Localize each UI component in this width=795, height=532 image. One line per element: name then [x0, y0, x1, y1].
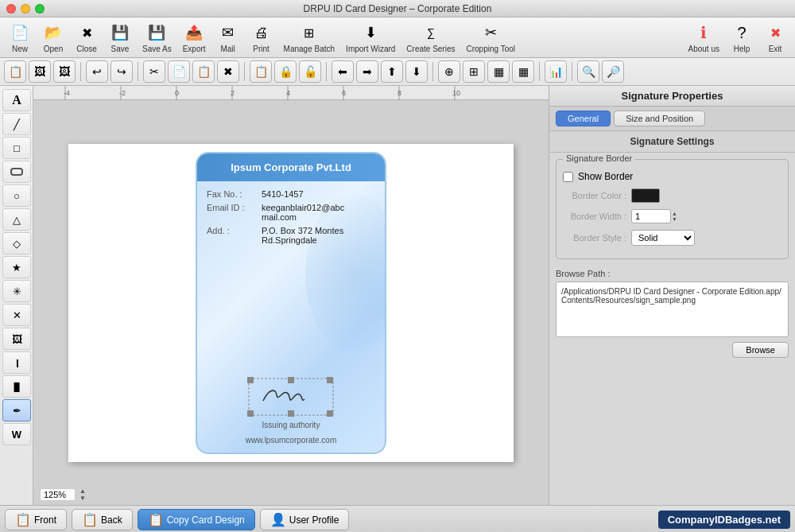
toolbar-print[interactable]: 🖨 Print — [246, 20, 277, 55]
st-cut-icon[interactable]: ✂ — [143, 60, 165, 83]
card-header: Ipsum Corporate Pvt.Ltd — [197, 153, 385, 181]
copy-card-label: Copy Card Design — [167, 515, 245, 526]
tool-rect-icon: □ — [14, 142, 20, 154]
tool-text[interactable]: W — [2, 423, 31, 445]
import-wizard-icon: ⬇ — [359, 21, 382, 44]
st-copy-icon[interactable]: 📄 — [168, 60, 190, 83]
front-button[interactable]: 📋 Front — [5, 509, 67, 530]
browse-label: Browse Path : — [556, 269, 789, 278]
tool-triangle[interactable]: △ — [2, 208, 31, 231]
border-width-up[interactable]: ▲ — [672, 211, 677, 216]
tool-image[interactable]: 🖼 — [2, 328, 31, 350]
st-sep7 — [572, 62, 572, 81]
st-left-icon[interactable]: ⬅ — [332, 60, 354, 83]
tool-barcode[interactable]: ||| — [2, 351, 31, 374]
st-lock-icon[interactable]: 🔒 — [274, 60, 297, 83]
border-width-input[interactable]: 1 — [631, 209, 671, 223]
card-field-address: Add. : P.O. Box 372 MontesRd.Springdale — [207, 226, 375, 245]
st-undo-icon[interactable]: ↩ — [86, 60, 108, 83]
canvas-content[interactable]: Ipsum Corporate Pvt.Ltd Fax No. : 5410-1… — [33, 100, 549, 505]
toolbar-export[interactable]: 📤 Export — [178, 20, 211, 55]
maximize-button[interactable] — [35, 4, 45, 14]
tool-rounded-rect[interactable] — [2, 161, 31, 183]
tool-select[interactable]: A — [2, 89, 31, 111]
toolbar-save-as[interactable]: 💾 Save As — [138, 20, 176, 55]
st-paste-icon[interactable]: 📋 — [192, 60, 215, 83]
tool-asterisk[interactable]: ✳ — [2, 280, 31, 302]
user-profile-button[interactable]: 👤 User Profile — [260, 509, 350, 530]
st-sep3 — [244, 62, 245, 81]
toolbar-import-wizard-label: Import Wizard — [346, 45, 395, 53]
toolbar-open[interactable]: 📂 Open — [37, 20, 69, 55]
toolbar-create-series[interactable]: ∑ Create Series — [401, 20, 460, 55]
tool-barcode2[interactable]: ▐▌ — [2, 375, 31, 398]
svg-rect-22 — [327, 410, 333, 417]
browse-button[interactable]: Browse — [732, 342, 789, 358]
tab-general[interactable]: General — [556, 111, 611, 126]
st-grid2-icon[interactable]: ▦ — [512, 60, 534, 83]
toolbar-help-label: Help — [734, 45, 750, 53]
show-border-checkbox[interactable] — [563, 172, 573, 182]
svg-text:-4: -4 — [64, 89, 70, 97]
toolbar-mail[interactable]: ✉ Mail — [212, 20, 244, 55]
st-delete-icon[interactable]: ✖ — [217, 60, 239, 83]
st-zoom-in-icon[interactable]: 🔍 — [577, 60, 599, 83]
right-panel: Signature Properties General Size and Po… — [549, 86, 795, 505]
minimize-button[interactable] — [21, 4, 30, 14]
st-up-icon[interactable]: ⬆ — [381, 60, 403, 83]
export-icon: 📤 — [183, 21, 205, 44]
tool-rect[interactable]: □ — [2, 137, 31, 159]
st-grid-icon[interactable]: ▦ — [487, 60, 510, 83]
border-color-picker[interactable] — [631, 188, 660, 203]
back-button[interactable]: 📋 Back — [72, 509, 133, 530]
border-style-row: Border Style : Solid Dashed Dotted — [563, 230, 781, 246]
toolbar-close[interactable]: ✖ Close — [71, 20, 103, 55]
border-color-label: Border Color : — [563, 191, 626, 200]
zoom-up-arrow[interactable]: ▲ — [80, 487, 86, 495]
st-align-icon[interactable]: ⊞ — [463, 60, 485, 83]
st-down-icon[interactable]: ⬇ — [405, 60, 428, 83]
st-image2-icon[interactable]: 🖼 — [53, 60, 76, 83]
canvas-area[interactable]: -4 -2 0 2 4 6 8 10 — [33, 86, 549, 505]
border-width-arrows: ▲ ▼ — [672, 211, 677, 222]
toolbar-new[interactable]: 📄 New — [4, 20, 36, 55]
back-label: Back — [101, 515, 122, 526]
svg-rect-19 — [327, 377, 333, 383]
toolbar-cropping-tool-label: Cropping Tool — [466, 45, 515, 53]
tool-ellipse[interactable]: ○ — [2, 184, 31, 207]
st-clipboard-icon[interactable]: 📋 — [4, 60, 26, 83]
canvas-white-page: Ipsum Corporate Pvt.Ltd Fax No. : 5410-1… — [68, 144, 514, 462]
id-card[interactable]: Ipsum Corporate Pvt.Ltd Fax No. : 5410-1… — [196, 152, 386, 454]
st-right-icon[interactable]: ➡ — [356, 60, 378, 83]
svg-text:0: 0 — [175, 89, 179, 97]
toolbar-cropping-tool[interactable]: ✂ Cropping Tool — [461, 20, 520, 55]
toolbar-save[interactable]: 💾 Save — [104, 20, 136, 55]
st-zoom-out-icon[interactable]: 🔎 — [602, 60, 624, 83]
tool-star[interactable]: ★ — [2, 256, 31, 278]
st-copy2-icon[interactable]: 📋 — [250, 60, 272, 83]
toolbar-exit[interactable]: ✖ Exit — [759, 20, 791, 55]
st-image-icon[interactable]: 🖼 — [29, 60, 51, 83]
close-button[interactable] — [6, 4, 16, 14]
copy-card-button[interactable]: 📋 Copy Card Design — [138, 509, 255, 530]
toolbar-help[interactable]: ? Help — [726, 20, 758, 55]
st-redo-icon[interactable]: ↪ — [111, 60, 133, 83]
toolbar-manage-batch-label: Manage Batch — [284, 45, 335, 53]
toolbar-manage-batch[interactable]: ⊞ Manage Batch — [279, 20, 340, 55]
tool-signature[interactable]: ✒ — [2, 399, 31, 421]
tool-line[interactable]: ╱ — [2, 113, 31, 135]
toolbar-about-us[interactable]: ℹ About us — [684, 20, 724, 55]
st-move-icon[interactable]: ⊕ — [438, 60, 460, 83]
card-body: Fax No. : 5410-1457 Email ID : keeganbla… — [197, 181, 385, 371]
border-width-down[interactable]: ▼ — [672, 216, 677, 222]
st-chart-icon[interactable]: 📊 — [545, 60, 567, 83]
tool-diamond[interactable]: ◇ — [2, 232, 31, 254]
svg-rect-18 — [288, 377, 294, 383]
st-lock2-icon[interactable]: 🔓 — [299, 60, 321, 83]
zoom-down-arrow[interactable]: ▼ — [80, 495, 86, 502]
tool-cross[interactable]: ✕ — [2, 304, 31, 326]
toolbar-import-wizard[interactable]: ⬇ Import Wizard — [341, 20, 400, 55]
tab-size-position[interactable]: Size and Position — [614, 111, 705, 126]
border-style-select[interactable]: Solid Dashed Dotted — [631, 230, 695, 246]
new-icon: 📄 — [9, 21, 31, 44]
